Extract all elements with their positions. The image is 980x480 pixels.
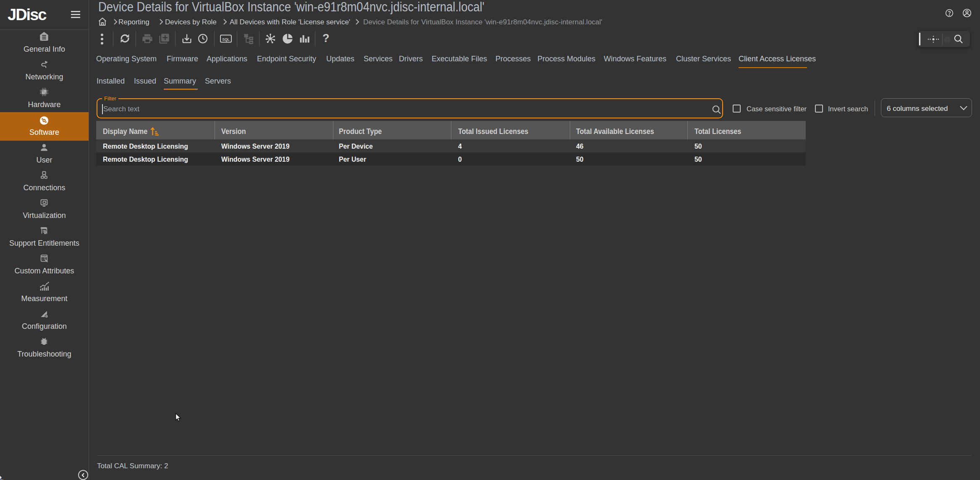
svg-text:SQL: SQL <box>222 37 229 42</box>
